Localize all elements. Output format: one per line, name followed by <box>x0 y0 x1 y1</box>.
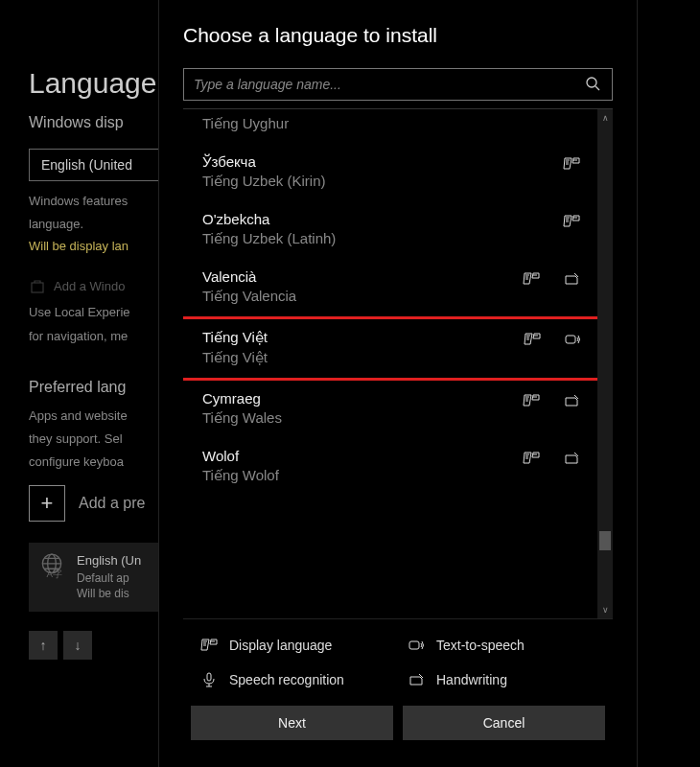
display-language-icon <box>563 155 580 173</box>
speech-recognition-icon <box>200 671 218 688</box>
language-item[interactable]: CymraegTiếng Wales <box>183 381 595 438</box>
language-native-name: Ўзбекча <box>202 153 563 170</box>
search-input[interactable] <box>194 77 585 92</box>
display-language-icon <box>523 392 540 409</box>
language-item[interactable]: Tiếng Uyghur <box>183 109 595 144</box>
scroll-up-icon[interactable]: ∧ <box>597 109 613 127</box>
language-list[interactable]: Tiếng UyghurЎзбекчаTiếng Uzbek (Kirin)O'… <box>183 109 613 618</box>
card-name: English (Un <box>77 552 141 569</box>
language-native-name: Tiếng Việt <box>202 329 524 346</box>
language-native-name: Valencià <box>202 268 523 285</box>
move-down-button[interactable]: ↓ <box>63 631 92 660</box>
legend-speech: Speech recognition <box>200 671 398 688</box>
legend: Display language Text-to-speech Speech r… <box>183 618 613 706</box>
language-item[interactable]: ValenciàTiếng Valencia <box>183 259 595 316</box>
card-will: Will be dis <box>77 586 141 602</box>
display-language-icon <box>524 331 541 348</box>
language-local-name: Tiếng Valencia <box>202 288 523 305</box>
legend-handwriting: Handwriting <box>408 671 605 688</box>
globe-icon <box>38 552 65 579</box>
language-item[interactable]: WolofTiếng Wolof <box>183 438 595 496</box>
legend-display: Display language <box>200 637 398 654</box>
legend-tts: Text-to-speech <box>408 637 605 654</box>
language-item[interactable]: ЎзбекчаTiếng Uzbek (Kirin) <box>183 144 595 201</box>
language-item[interactable]: Tiếng ViệtTiếng Việt <box>183 316 609 381</box>
language-local-name: Tiếng Wales <box>202 409 523 427</box>
handwriting-icon <box>408 671 425 688</box>
language-local-name: Tiếng Việt <box>202 349 524 366</box>
language-local-name: Tiếng Uzbek (Kirin) <box>202 173 563 190</box>
display-language-icon <box>200 637 218 654</box>
scrollbar[interactable]: ∧ ∨ <box>597 109 613 618</box>
language-native-name: Wolof <box>202 448 523 464</box>
handwriting-icon <box>563 392 580 409</box>
cancel-button[interactable]: Cancel <box>403 706 605 740</box>
handwriting-icon <box>563 270 580 288</box>
install-language-dialog: Choose a language to install Tiếng Uyghu… <box>158 0 638 767</box>
language-native-name: O'zbekcha <box>202 211 563 227</box>
plus-icon: + <box>29 485 65 522</box>
language-local-name: Tiếng Uyghur <box>202 115 580 132</box>
language-local-name: Tiếng Uzbek (Latinh) <box>202 230 563 247</box>
bag-icon <box>29 277 46 294</box>
text-to-speech-icon <box>408 637 425 654</box>
language-native-name: Cymraeg <box>202 390 523 407</box>
search-box[interactable] <box>183 68 613 101</box>
card-default: Default ap <box>77 570 141 587</box>
scroll-thumb[interactable] <box>599 531 611 550</box>
handwriting-icon <box>563 450 580 467</box>
display-language-dropdown[interactable]: English (United <box>29 149 163 181</box>
language-local-name: Tiếng Wolof <box>202 467 523 484</box>
move-up-button[interactable]: ↑ <box>29 631 58 660</box>
search-icon <box>585 76 602 93</box>
display-language-icon <box>523 270 540 288</box>
dialog-title: Choose a language to install <box>183 24 613 47</box>
display-language-icon <box>563 213 580 230</box>
scroll-down-icon[interactable]: ∨ <box>597 601 613 618</box>
text-to-speech-icon <box>564 331 581 348</box>
next-button[interactable]: Next <box>191 706 393 740</box>
language-item[interactable]: O'zbekchaTiếng Uzbek (Latinh) <box>183 201 595 259</box>
display-language-icon <box>523 450 540 467</box>
